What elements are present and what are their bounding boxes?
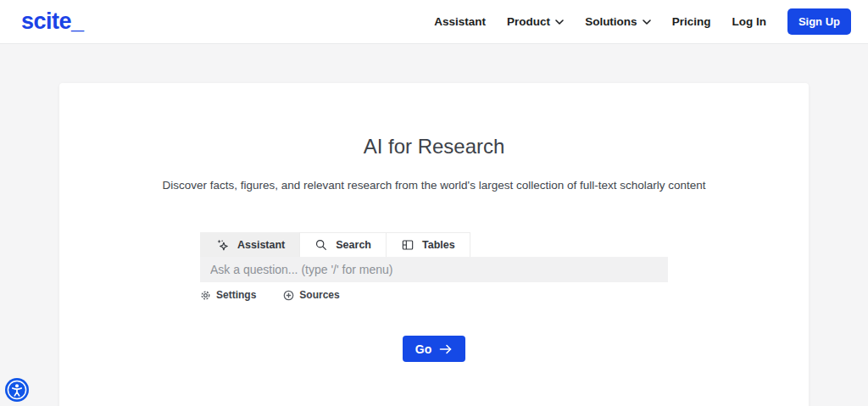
nav-item-label: Solutions [585,15,637,28]
page-title: AI for Research [59,135,809,159]
query-panel: Assistant Search [200,232,668,362]
options-row: Settings Sources [200,289,668,301]
login-link[interactable]: Log In [732,15,766,28]
nav-item-solutions[interactable]: Solutions [585,15,651,28]
tab-row: Assistant Search [200,232,668,257]
go-label: Go [415,342,431,356]
tab-search[interactable]: Search [299,232,387,257]
nav-item-product[interactable]: Product [507,15,564,28]
accessibility-icon [5,378,29,402]
nav-item-pricing[interactable]: Pricing [672,15,711,28]
arrow-right-icon [439,344,453,354]
sources-button[interactable]: Sources [283,289,339,301]
nav-item-label: Assistant [434,15,486,28]
top-navbar: scite_ Assistant Product Solutions Prici… [0,0,868,44]
sparkles-icon [215,238,230,253]
chevron-down-icon [643,19,651,25]
tab-tables[interactable]: Tables [386,232,470,257]
search-icon [314,238,328,252]
accessibility-widget-button[interactable] [5,378,29,402]
go-button[interactable]: Go [403,336,465,362]
scite-logo[interactable]: scite_ [21,8,84,35]
main-card: AI for Research Discover facts, figures,… [59,83,809,406]
nav-item-label: Product [507,15,550,28]
chevron-down-icon [555,19,564,25]
tab-label: Tables [422,239,455,251]
page-subtitle: Discover facts, figures, and relevant re… [59,179,809,192]
signup-button[interactable]: Sign Up [787,8,851,35]
sources-label: Sources [299,289,339,301]
settings-button[interactable]: Settings [200,289,256,301]
nav-item-assistant[interactable]: Assistant [434,15,486,28]
nav-item-label: Pricing [672,15,711,28]
table-icon [401,238,415,252]
plus-circle-icon [283,290,294,301]
question-input[interactable] [200,257,668,282]
tab-assistant[interactable]: Assistant [200,232,300,257]
tab-label: Assistant [237,239,285,251]
gear-icon [200,290,211,301]
tab-label: Search [336,239,371,251]
settings-label: Settings [216,289,256,301]
navbar-links: Assistant Product Solutions Pricing Log … [434,8,851,35]
login-label: Log In [732,15,766,28]
